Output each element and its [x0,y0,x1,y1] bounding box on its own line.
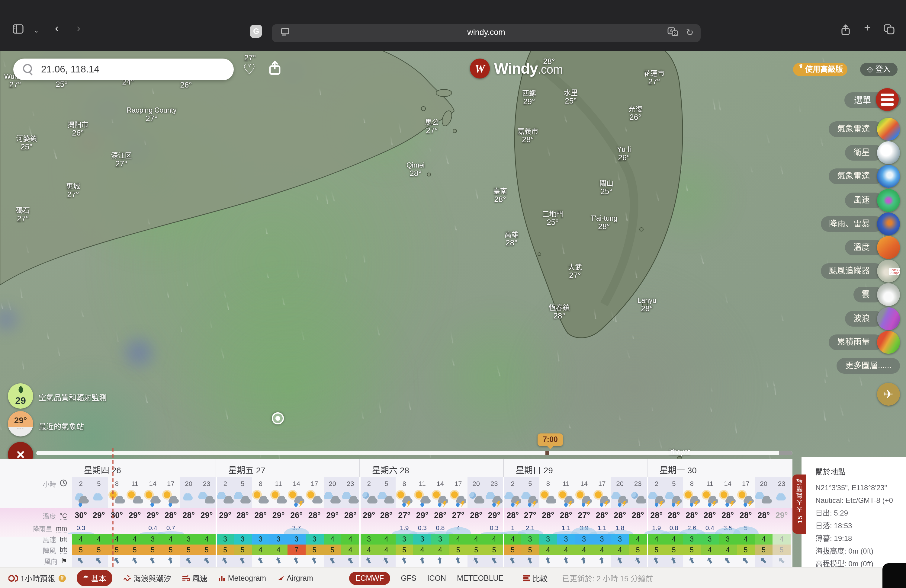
wind-cell[interactable]: 3 [701,534,719,545]
hour-cell[interactable]: 8 [395,477,413,490]
layer-item-8[interactable]: 雲 [853,284,900,306]
hour-cell[interactable]: 11 [701,477,719,490]
gust-cell[interactable]: 5 [215,545,234,555]
rain-cell[interactable] [108,523,126,534]
layer-item-9[interactable]: 波浪 [845,307,900,330]
wind-cell[interactable]: 3 [215,534,234,545]
temp-cell[interactable]: 30° [72,508,90,523]
sidebar-toggle-icon[interactable] [11,24,26,37]
hour-cell[interactable]: 5 [665,477,683,490]
gust-cell[interactable]: 4 [413,545,432,555]
wind-cell[interactable]: 4 [665,534,683,545]
gust-cell[interactable]: 4 [341,545,360,555]
rain-cell[interactable]: 2.1 [521,523,539,534]
icon-cell[interactable] [180,490,198,508]
icon-cell[interactable] [665,490,683,508]
rain-cell[interactable] [252,523,270,534]
gust-cell[interactable]: 5 [144,545,162,555]
share-icon[interactable] [838,24,853,38]
wind-cell[interactable]: 4 [324,534,341,545]
temp-cell[interactable]: 28° [539,508,557,523]
icon-cell[interactable] [611,490,629,508]
gust-cell[interactable]: 5 [755,545,773,555]
icon-cell[interactable] [629,490,647,508]
hour-cell[interactable]: 23 [629,477,647,490]
temp-cell[interactable]: 27° [395,508,413,523]
hour-cell[interactable]: 11 [270,477,288,490]
icon-cell[interactable] [378,490,396,508]
temp-cell[interactable]: 28° [737,508,755,523]
hourly-forecast-toggle[interactable]: 1小時預報♛ [8,572,66,584]
hour-cell[interactable]: 8 [108,477,126,490]
flight-mode-button[interactable]: ✈ [877,383,900,406]
gust-cell[interactable]: 5 [162,545,180,555]
temp-cell[interactable]: 28° [467,508,485,523]
wind-cell[interactable]: 3 [395,534,413,545]
wind-cell[interactable]: 3 [521,534,539,545]
layer-item-3[interactable]: 氣象雷達 [829,165,900,188]
icon-cell[interactable] [773,490,791,508]
temp-cell[interactable]: 29° [359,508,378,523]
location-marker[interactable] [272,412,284,424]
wind-cell[interactable]: 4 [773,534,791,545]
tab-Airgram[interactable]: Airgram [277,574,313,582]
hour-cell[interactable]: 17 [449,477,467,490]
model-GFS[interactable]: GFS [401,574,416,582]
wind-cell[interactable]: 4 [90,534,108,545]
wind-cell[interactable]: 4 [503,534,521,545]
day-header[interactable]: 星期六 28 [359,459,503,477]
temp-cell[interactable]: 27° [521,508,539,523]
compare-button[interactable]: 比較 [523,572,547,584]
temp-cell[interactable]: 30° [108,508,126,523]
temp-cell[interactable]: 29° [126,508,144,523]
timeline-slider[interactable] [36,451,793,455]
layer-item-7[interactable]: 颶風追蹤器Today -70mph [820,260,900,282]
rain-cell[interactable] [126,523,144,534]
wind-cell[interactable]: 3 [359,534,378,545]
login-button[interactable]: ⎆ 登入 [860,63,898,76]
row-label-rain[interactable]: 降雨量mm [0,523,72,534]
temp-cell[interactable]: 28° [234,508,252,523]
layer-item-5[interactable]: 降雨、雷暴 [820,212,900,236]
temp-cell[interactable]: 29° [270,508,288,523]
wind-cell[interactable]: 3 [413,534,432,545]
wind-cell[interactable]: 4 [449,534,467,545]
temp-cell[interactable]: 27° [449,508,467,523]
icon-cell[interactable] [467,490,485,508]
rain-cell[interactable] [324,523,341,534]
gust-cell[interactable]: 5 [683,545,701,555]
temp-cell[interactable]: 28° [557,508,575,523]
gust-cell[interactable]: 4 [378,545,396,555]
hour-cell[interactable]: 2 [359,477,378,490]
temp-cell[interactable]: 28° [378,508,396,523]
rain-cell[interactable] [234,523,252,534]
icon-cell[interactable] [162,490,180,508]
reload-icon[interactable]: ↻ [683,27,697,39]
icon-cell[interactable] [647,490,665,508]
icon-cell[interactable] [252,490,270,508]
hour-cell[interactable]: 14 [144,477,162,490]
gust-cell[interactable]: 5 [198,545,216,555]
tab-Meteogram[interactable]: Meteogram [219,574,266,582]
rain-cell[interactable]: 0.3 [413,523,432,534]
hour-cell[interactable]: 8 [252,477,270,490]
fifteen-day-forecast-tab[interactable]: › 15 天天氣預報 [793,475,806,534]
row-label-temp[interactable]: 溫度°C [0,508,72,523]
temp-cell[interactable]: 27° [575,508,593,523]
gust-cell[interactable]: 4 [539,545,557,555]
temp-cell[interactable]: 28° [162,508,180,523]
hour-cell[interactable]: 5 [90,477,108,490]
windy-logo[interactable]: W Windy.com [470,59,563,78]
temp-cell[interactable]: 28° [665,508,683,523]
gust-cell[interactable]: 5 [665,545,683,555]
gust-cell[interactable]: 5 [180,545,198,555]
layer-item-2[interactable]: 衛星 [845,141,900,164]
rain-cell[interactable]: 3.9 [575,523,593,534]
gust-cell[interactable]: 4 [270,545,288,555]
hour-cell[interactable]: 2 [72,477,90,490]
wind-cell[interactable]: 3 [287,534,306,545]
rain-cell[interactable]: 3.7 [287,523,306,534]
rain-cell[interactable] [359,523,378,534]
icon-cell[interactable] [144,490,162,508]
new-tab-icon[interactable]: + [860,22,874,34]
